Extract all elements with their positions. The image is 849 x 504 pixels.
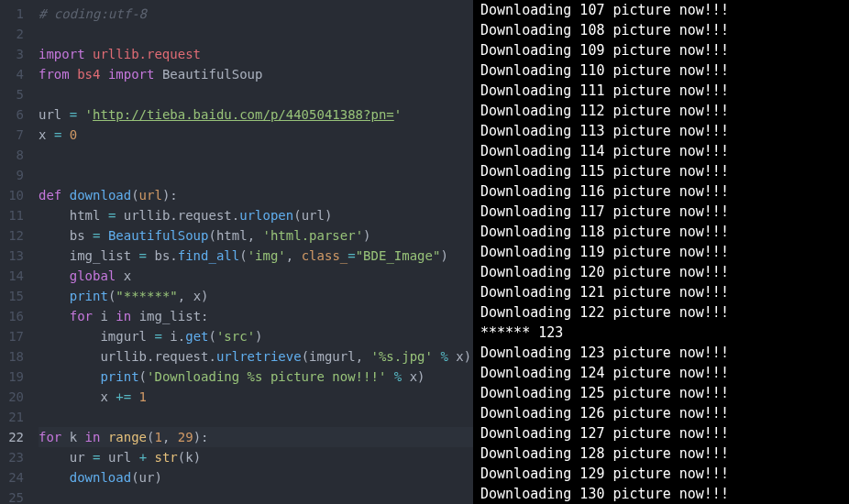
terminal-line: Downloading 108 picture now!!!	[480, 20, 849, 40]
code-line[interactable]: def download(url):	[39, 185, 473, 205]
terminal-line: Downloading 125 picture now!!!	[480, 383, 849, 403]
line-number: 4	[0, 64, 33, 84]
code-line[interactable]: print('Downloading %s picture now!!!' % …	[39, 367, 473, 387]
terminal-line: Downloading 111 picture now!!!	[480, 81, 849, 101]
code-line[interactable]: imgurl = i.get('src')	[39, 326, 473, 346]
code-line[interactable]	[39, 145, 473, 165]
code-line[interactable]: # coding:utf-8	[39, 4, 473, 24]
line-number: 14	[0, 266, 33, 286]
code-line[interactable]	[39, 165, 473, 185]
terminal-line: Downloading 118 picture now!!!	[480, 222, 849, 242]
terminal-line: Downloading 130 picture now!!!	[480, 484, 849, 504]
code-area[interactable]: # coding:utf-8 import urllib.requestfrom…	[33, 0, 473, 504]
terminal-line: ****** 123	[480, 323, 849, 343]
line-number: 15	[0, 286, 33, 306]
terminal-line: Downloading 126 picture now!!!	[480, 403, 849, 423]
line-number-gutter: 1234567891011121314151617181920212223242…	[0, 0, 33, 504]
terminal-line: Downloading 112 picture now!!!	[480, 101, 849, 121]
line-number: 13	[0, 246, 33, 266]
line-number: 8	[0, 145, 33, 165]
line-number: 7	[0, 125, 33, 145]
terminal-line: Downloading 124 picture now!!!	[480, 363, 849, 383]
code-line[interactable]: download(ur)	[39, 467, 473, 488]
code-line[interactable]: url = 'http://tieba.baidu.com/p/44050413…	[39, 104, 473, 125]
terminal-line: Downloading 116 picture now!!!	[480, 181, 849, 202]
terminal-line: Downloading 115 picture now!!!	[480, 161, 849, 181]
code-line[interactable]: urllib.request.urlretrieve(imgurl, '%s.j…	[39, 346, 473, 367]
line-number: 12	[0, 225, 33, 246]
line-number: 22	[0, 427, 33, 447]
line-number: 10	[0, 185, 33, 205]
code-editor[interactable]: 1234567891011121314151617181920212223242…	[0, 0, 473, 504]
code-line[interactable]: x += 1	[39, 387, 473, 407]
terminal-output[interactable]: Downloading 107 picture now!!!Downloadin…	[473, 0, 849, 504]
code-line[interactable]: for k in range(1, 29):	[39, 427, 473, 447]
code-line[interactable]: for i in img_list:	[39, 306, 473, 326]
code-line[interactable]	[39, 407, 473, 427]
terminal-line: Downloading 109 picture now!!!	[480, 40, 849, 60]
line-number: 25	[0, 488, 33, 504]
code-line[interactable]	[39, 488, 473, 504]
terminal-line: Downloading 129 picture now!!!	[480, 464, 849, 484]
line-number: 3	[0, 44, 33, 64]
code-line[interactable]: import urllib.request	[39, 44, 473, 64]
code-line[interactable]: print("******", x)	[39, 286, 473, 306]
terminal-line: Downloading 110 picture now!!!	[480, 60, 849, 81]
line-number: 5	[0, 84, 33, 104]
code-line[interactable]	[39, 84, 473, 104]
line-number: 11	[0, 205, 33, 225]
terminal-line: Downloading 122 picture now!!!	[480, 302, 849, 323]
line-number: 19	[0, 367, 33, 387]
line-number: 18	[0, 346, 33, 367]
code-line[interactable]: bs = BeautifulSoup(html, 'html.parser')	[39, 225, 473, 246]
terminal-line: Downloading 113 picture now!!!	[480, 121, 849, 141]
line-number: 24	[0, 467, 33, 488]
terminal-line: Downloading 107 picture now!!!	[480, 0, 849, 20]
code-line[interactable]: from bs4 import BeautifulSoup	[39, 64, 473, 84]
terminal-line: Downloading 119 picture now!!!	[480, 242, 849, 262]
line-number: 6	[0, 104, 33, 125]
terminal-line: Downloading 117 picture now!!!	[480, 202, 849, 222]
terminal-line: Downloading 114 picture now!!!	[480, 141, 849, 161]
line-number: 2	[0, 24, 33, 44]
code-line[interactable]: ur = url + str(k)	[39, 447, 473, 467]
terminal-line: Downloading 123 picture now!!!	[480, 343, 849, 363]
terminal-line: Downloading 128 picture now!!!	[480, 444, 849, 464]
terminal-line: Downloading 127 picture now!!!	[480, 423, 849, 444]
line-number: 20	[0, 387, 33, 407]
code-line[interactable]: x = 0	[39, 125, 473, 145]
line-number: 16	[0, 306, 33, 326]
line-number: 17	[0, 326, 33, 346]
code-line[interactable]: global x	[39, 266, 473, 286]
code-line[interactable]: img_list = bs.find_all('img', class_="BD…	[39, 246, 473, 266]
line-number: 23	[0, 447, 33, 467]
line-number: 9	[0, 165, 33, 185]
code-line[interactable]	[39, 24, 473, 44]
line-number: 1	[0, 4, 33, 24]
terminal-line: Downloading 121 picture now!!!	[480, 282, 849, 302]
code-line[interactable]: html = urllib.request.urlopen(url)	[39, 205, 473, 225]
terminal-line: Downloading 120 picture now!!!	[480, 262, 849, 282]
line-number: 21	[0, 407, 33, 427]
